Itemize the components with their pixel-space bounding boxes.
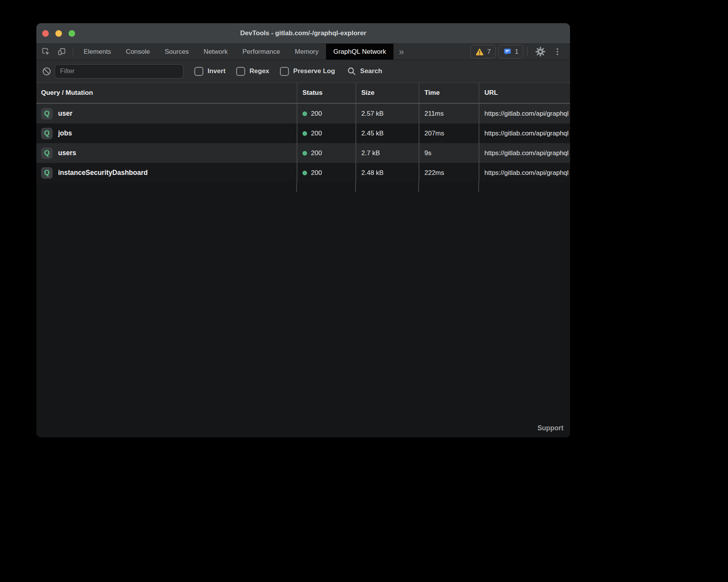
table-header: Query / Mutation Status Size Time URL xyxy=(36,83,570,104)
query-name: instanceSecurityDashboard xyxy=(58,169,148,177)
warning-triangle-icon xyxy=(475,47,484,56)
status-value: 200 xyxy=(311,110,322,118)
status-dot-icon xyxy=(302,111,307,116)
time-value: 222ms xyxy=(419,163,479,183)
status-dot-icon xyxy=(302,151,307,156)
toolbar-divider xyxy=(73,47,73,56)
query-type-badge: Q xyxy=(41,147,53,159)
status-value: 200 xyxy=(311,130,322,137)
status-dot-icon xyxy=(302,171,307,175)
tabs: ElementsConsoleSourcesNetworkPerformance… xyxy=(76,44,393,60)
filter-input[interactable] xyxy=(55,64,184,79)
inspect-element-icon[interactable] xyxy=(36,44,54,60)
preserve-log-checkbox[interactable] xyxy=(280,67,289,76)
controls-divider xyxy=(527,47,527,56)
table-row[interactable]: Q jobs 200 2.45 kB 207ms https://gitlab.… xyxy=(36,123,570,143)
regex-label[interactable]: Regex xyxy=(249,67,269,75)
settings-gear-icon[interactable] xyxy=(531,46,549,57)
tab-memory[interactable]: Memory xyxy=(287,44,326,60)
table-empty-area: Support xyxy=(36,183,570,437)
window-title: DevTools - gitlab.com/-/graphql-explorer xyxy=(36,29,570,37)
tab-performance[interactable]: Performance xyxy=(235,44,287,60)
query-name: user xyxy=(58,110,72,118)
issues-badge[interactable]: 1 xyxy=(498,45,523,58)
more-tabs-chevron-icon[interactable]: » xyxy=(393,47,409,56)
invert-checkbox-group[interactable]: Invert xyxy=(194,67,225,76)
url-value: https://gitlab.com/api/graphql xyxy=(479,123,570,143)
query-type-badge: Q xyxy=(41,108,53,120)
query-type-badge: Q xyxy=(41,128,53,139)
column-divider-stub xyxy=(296,183,297,192)
devtools-window: DevTools - gitlab.com/-/graphql-explorer… xyxy=(36,23,570,437)
titlebar[interactable]: DevTools - gitlab.com/-/graphql-explorer xyxy=(36,23,570,44)
preserve-log-label[interactable]: Preserve Log xyxy=(293,67,335,75)
status-dot-icon xyxy=(302,131,307,136)
table-row[interactable]: Q user 200 2.57 kB 211ms https://gitlab.… xyxy=(36,104,570,123)
time-value: 211ms xyxy=(419,104,479,123)
column-header-size[interactable]: Size xyxy=(355,83,419,103)
column-header-time[interactable]: Time xyxy=(419,83,479,103)
search-icon xyxy=(347,66,357,76)
size-value: 2.57 kB xyxy=(355,104,419,123)
column-divider-stub xyxy=(418,183,419,192)
regex-checkbox[interactable] xyxy=(236,67,245,76)
tabbar-right-controls: 7 1 xyxy=(468,45,570,58)
minimize-window-button[interactable] xyxy=(55,30,62,37)
kebab-menu-icon[interactable] xyxy=(549,47,565,56)
device-toolbar-icon[interactable] xyxy=(54,44,70,60)
time-value: 9s xyxy=(419,143,479,163)
regex-checkbox-group[interactable]: Regex xyxy=(236,67,269,76)
table-row[interactable]: Q instanceSecurityDashboard 200 2.48 kB … xyxy=(36,163,570,183)
size-value: 2.7 kB xyxy=(355,143,419,163)
invert-label[interactable]: Invert xyxy=(208,67,225,75)
url-value: https://gitlab.com/api/graphql xyxy=(479,163,570,183)
search-button[interactable]: Search xyxy=(347,66,382,76)
query-name: users xyxy=(58,149,76,157)
close-window-button[interactable] xyxy=(42,30,49,37)
status-value: 200 xyxy=(311,149,322,157)
table-body: Q user 200 2.57 kB 211ms https://gitlab.… xyxy=(36,104,570,183)
size-value: 2.48 kB xyxy=(355,163,419,183)
tab-sources[interactable]: Sources xyxy=(157,44,196,60)
traffic-lights xyxy=(42,30,75,37)
block-clear-icon[interactable] xyxy=(41,66,52,77)
column-header-url[interactable]: URL xyxy=(479,83,570,103)
column-divider-stub xyxy=(478,183,479,192)
search-label: Search xyxy=(360,67,382,75)
message-bubble-icon xyxy=(503,47,512,56)
issues-count: 1 xyxy=(515,48,519,56)
url-value: https://gitlab.com/api/graphql xyxy=(479,104,570,123)
query-name: jobs xyxy=(58,129,72,137)
warnings-count: 7 xyxy=(487,48,491,56)
url-value: https://gitlab.com/api/graphql xyxy=(479,143,570,163)
preserve-log-checkbox-group[interactable]: Preserve Log xyxy=(280,67,335,76)
zoom-window-button[interactable] xyxy=(69,30,75,37)
tab-network[interactable]: Network xyxy=(196,44,235,60)
tab-elements[interactable]: Elements xyxy=(76,44,118,60)
support-link[interactable]: Support xyxy=(537,424,563,432)
warnings-badge[interactable]: 7 xyxy=(470,45,495,58)
tab-graphql-network[interactable]: GraphQL Network xyxy=(326,44,393,60)
column-header-query-mutation[interactable]: Query / Mutation xyxy=(36,83,297,103)
query-type-badge: Q xyxy=(41,167,53,179)
column-header-status[interactable]: Status xyxy=(297,83,355,103)
tab-console[interactable]: Console xyxy=(118,44,157,60)
invert-checkbox[interactable] xyxy=(194,67,203,76)
time-value: 207ms xyxy=(419,123,479,143)
status-value: 200 xyxy=(311,169,322,177)
filter-bar: Invert Regex Preserve Log Search xyxy=(36,60,570,83)
table-row[interactable]: Q users 200 2.7 kB 9s https://gitlab.com… xyxy=(36,143,570,163)
size-value: 2.45 kB xyxy=(355,123,419,143)
column-divider-stub xyxy=(355,183,356,192)
devtools-tabbar: ElementsConsoleSourcesNetworkPerformance… xyxy=(36,44,570,60)
